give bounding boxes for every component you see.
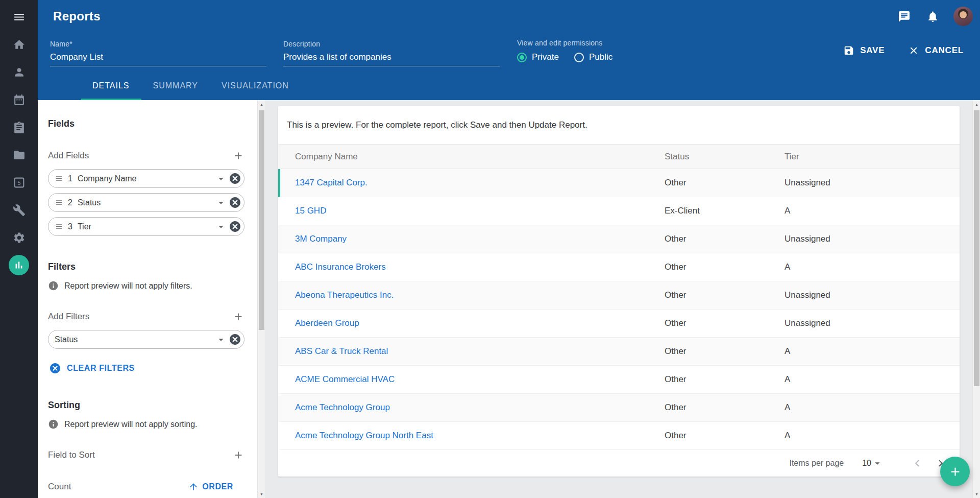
field-chips: 1 Company Name 2: [48, 169, 244, 236]
description-input[interactable]: [283, 50, 500, 66]
tasks-icon[interactable]: [5, 113, 33, 141]
chevron-down-icon: [872, 458, 883, 469]
remove-chip-icon[interactable]: [229, 196, 241, 209]
radio-icon: [574, 53, 584, 62]
chevron-down-icon[interactable]: [215, 221, 227, 232]
filters-note: Report preview will not apply filters.: [64, 281, 192, 291]
tab[interactable]: VISUALIZATION: [210, 72, 301, 100]
column-header-tier[interactable]: Tier: [785, 152, 960, 162]
field-chip[interactable]: 2 Status: [48, 193, 244, 212]
scrollbar-thumb[interactable]: [974, 110, 979, 386]
company-link[interactable]: Acme Technology Group: [295, 402, 390, 412]
tools-icon[interactable]: [5, 196, 33, 224]
order-button[interactable]: ORDER: [188, 482, 233, 492]
company-link[interactable]: 1347 Capital Corp.: [295, 178, 368, 187]
tier-cell: Unassigned: [785, 318, 960, 328]
remove-chip-icon[interactable]: [229, 172, 241, 185]
tab[interactable]: DETAILS: [81, 72, 141, 100]
tier-cell: Unassigned: [785, 178, 960, 188]
menu-icon[interactable]: [5, 3, 33, 31]
notifications-icon[interactable]: [925, 9, 940, 24]
header-block: Reports Name* Description View: [38, 0, 980, 100]
cancel-button[interactable]: CANCEL: [908, 45, 964, 56]
drag-handle-icon[interactable]: [55, 174, 63, 183]
field-chip[interactable]: 3 Tier: [48, 217, 244, 236]
drag-handle-icon[interactable]: [55, 222, 63, 231]
chip-index: 2: [68, 198, 72, 207]
arrow-up-icon: [188, 482, 199, 492]
company-link[interactable]: ABS Car & Truck Rental: [295, 346, 388, 356]
permission-radio[interactable]: Private: [517, 52, 559, 62]
reports-icon[interactable]: [5, 251, 33, 279]
add-field-button[interactable]: [232, 150, 244, 162]
tier-cell: A: [785, 262, 960, 272]
field-chip[interactable]: 1 Company Name: [48, 169, 244, 188]
status-cell: Other: [665, 262, 785, 272]
filter-chips: Status: [48, 330, 244, 349]
name-input[interactable]: [50, 50, 266, 66]
column-header-status[interactable]: Status: [665, 152, 785, 162]
tab[interactable]: SUMMARY: [141, 72, 210, 100]
tier-cell: A: [785, 374, 960, 385]
add-record-fab[interactable]: [940, 457, 970, 486]
add-sort-field-button[interactable]: [232, 449, 244, 461]
company-link[interactable]: Aberdeen Group: [295, 318, 359, 328]
home-icon[interactable]: [5, 31, 33, 58]
drag-handle-icon[interactable]: [55, 198, 63, 207]
plus-icon: [233, 311, 244, 322]
scroll-up-arrow[interactable]: ▲: [258, 100, 265, 108]
forms-icon[interactable]: 5: [5, 169, 33, 196]
company-link[interactable]: ACME Commercial HVAC: [295, 374, 395, 384]
sorting-note: Report preview will not apply sorting.: [64, 420, 198, 429]
scroll-up-arrow[interactable]: ▲: [973, 100, 980, 108]
company-link[interactable]: Abeona Therapeutics Inc.: [295, 290, 394, 300]
company-link[interactable]: Acme Technology Group North East: [295, 431, 433, 440]
count-label: Count: [48, 482, 71, 492]
company-link[interactable]: ABC Insurance Brokers: [295, 262, 386, 272]
chevron-down-icon[interactable]: [215, 197, 227, 208]
filters-heading: Filters: [48, 262, 244, 272]
tier-cell: Unassigned: [785, 290, 960, 300]
save-button[interactable]: SAVE: [843, 45, 885, 56]
status-cell: Other: [665, 374, 785, 385]
radio-label: Public: [589, 52, 612, 62]
previous-page-button[interactable]: [910, 456, 925, 471]
main-scrollbar[interactable]: ▲ ▼: [972, 100, 980, 498]
add-fields-row: Add Fields: [48, 150, 244, 162]
chat-icon[interactable]: [896, 9, 912, 24]
settings-icon[interactable]: [5, 224, 33, 251]
calendar-icon[interactable]: [5, 86, 33, 113]
company-link[interactable]: 15 GHD: [295, 206, 326, 216]
folder-icon[interactable]: [5, 141, 33, 169]
status-cell: Other: [665, 346, 785, 357]
remove-chip-icon[interactable]: [229, 333, 241, 346]
fields-heading: Fields: [48, 118, 244, 129]
permission-radio[interactable]: Public: [574, 52, 612, 62]
reports-active-circle: [9, 255, 29, 275]
add-filter-button[interactable]: [232, 311, 244, 323]
column-header-company[interactable]: Company Name: [280, 152, 665, 162]
scrollbar-thumb[interactable]: [259, 110, 264, 330]
chevron-down-icon[interactable]: [215, 173, 227, 184]
chip-index: 1: [68, 174, 72, 183]
nav-rail: 5: [0, 0, 38, 498]
scroll-down-arrow[interactable]: ▼: [973, 490, 980, 498]
avatar[interactable]: [953, 7, 973, 26]
scroll-down-arrow[interactable]: ▼: [258, 490, 265, 498]
left-panel-scrollbar[interactable]: ▲ ▼: [257, 100, 265, 498]
status-cell: Other: [665, 431, 785, 441]
field-to-sort-label: Field to Sort: [48, 450, 95, 460]
radio-label: Private: [532, 52, 559, 62]
items-per-page-select[interactable]: 10: [862, 458, 883, 469]
status-cell: Other: [665, 290, 785, 300]
tier-cell: A: [785, 402, 960, 413]
clear-filters-button[interactable]: CLEAR FILTERS: [49, 362, 135, 374]
company-link[interactable]: 3M Company: [295, 234, 347, 244]
filter-chip[interactable]: Status: [48, 330, 244, 349]
content-area: Fields Add Fields 1 Company Name: [38, 100, 980, 498]
chevron-down-icon[interactable]: [215, 334, 227, 345]
status-cell: Ex-Client: [665, 206, 785, 216]
contacts-icon[interactable]: [5, 58, 33, 86]
topbar: Reports: [38, 0, 980, 33]
remove-chip-icon[interactable]: [229, 220, 241, 233]
